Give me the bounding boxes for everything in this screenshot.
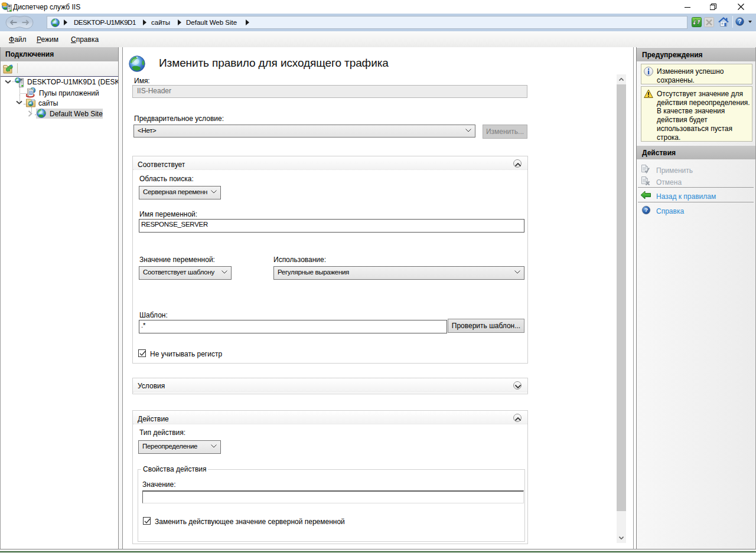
svg-text:?: ? [738, 18, 741, 25]
svg-text:?: ? [644, 207, 648, 213]
